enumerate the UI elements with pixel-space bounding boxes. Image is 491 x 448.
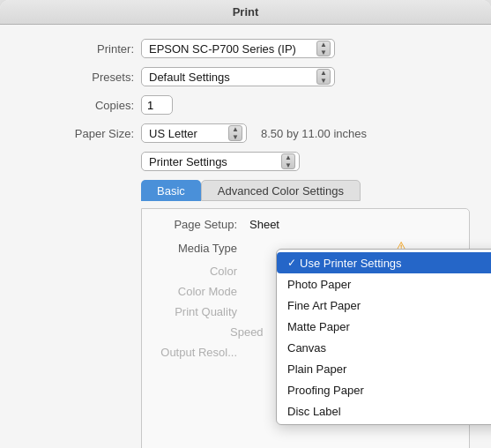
paper-size-row: Paper Size: US Letter ▲▼ 8.50 by 11.00 i… <box>21 123 470 143</box>
paper-size-arrows[interactable]: ▲▼ <box>228 125 242 141</box>
media-type-label: Media Type <box>156 242 237 255</box>
tab-bar: Basic Advanced Color Settings <box>141 180 470 201</box>
presets-label: Presets: <box>21 71 134 84</box>
paper-size-label: Paper Size: <box>21 127 134 140</box>
output-resolution-label: Output Resol... <box>156 346 237 359</box>
copies-label: Copies: <box>21 99 134 112</box>
color-label: Color <box>156 265 237 278</box>
dropdown-item-matte-paper[interactable]: Matte Paper ▶ <box>277 316 491 337</box>
copies-input[interactable]: 1 <box>141 95 173 115</box>
dropdown-item-canvas[interactable]: Canvas ▶ <box>277 337 491 358</box>
window-title: Print <box>233 5 259 19</box>
media-type-row: Media Type Use Printer Settings ▲▼ ⚠ ✓ U… <box>156 238 455 258</box>
dropdown-item-fine-art-paper[interactable]: Fine Art Paper ▶ <box>277 295 491 316</box>
printer-settings-row: Printer Settings ▲▼ <box>141 152 470 171</box>
paper-size-info: 8.50 by 11.00 inches <box>261 127 367 140</box>
color-mode-label: Color Mode <box>156 285 237 298</box>
page-setup-label: Page Setup: <box>156 218 237 231</box>
presets-arrows[interactable]: ▲▼ <box>316 69 331 85</box>
dropdown-item-use-printer-settings[interactable]: ✓ Use Printer Settings <box>277 252 491 273</box>
tab-advanced[interactable]: Advanced Color Settings <box>201 180 361 201</box>
page-setup-row: Page Setup: Sheet <box>156 218 455 231</box>
printer-label: Printer: <box>21 42 134 56</box>
page-setup-value: Sheet <box>249 218 279 231</box>
print-window: Print Printer: EPSON SC-P700 Series (IP)… <box>0 0 491 448</box>
title-bar: Print <box>0 0 491 25</box>
printer-settings-select[interactable]: Printer Settings ▲▼ <box>141 152 300 171</box>
copies-row: Copies: 1 <box>21 95 470 115</box>
printer-settings-arrows[interactable]: ▲▼ <box>281 153 295 169</box>
printer-value: EPSON SC-P700 Series (IP) <box>149 42 313 56</box>
presets-value: Default Settings <box>149 71 313 84</box>
dropdown-item-proofing-paper[interactable]: Proofing Paper ▶ <box>277 379 491 400</box>
tab-basic[interactable]: Basic <box>141 180 201 201</box>
print-form: Printer: EPSON SC-P700 Series (IP) ▲▼ Pr… <box>0 25 491 448</box>
print-quality-label: Print Quality <box>156 305 237 318</box>
media-type-dropdown[interactable]: ✓ Use Printer Settings Photo Paper ▶ Fin… <box>276 249 491 425</box>
dropdown-item-disc-label[interactable]: Disc Label ▶ <box>277 400 491 422</box>
printer-row: Printer: EPSON SC-P700 Series (IP) ▲▼ <box>21 39 470 58</box>
dropdown-item-photo-paper[interactable]: Photo Paper ▶ <box>277 273 491 295</box>
settings-panel: Page Setup: Sheet Media Type Use Printer… <box>141 208 470 448</box>
paper-size-select[interactable]: US Letter ▲▼ <box>141 123 247 143</box>
printer-settings-value: Printer Settings <box>149 155 278 168</box>
speed-label: Speed <box>230 325 264 339</box>
paper-size-value: US Letter <box>149 127 225 140</box>
presets-row: Presets: Default Settings ▲▼ <box>21 67 470 86</box>
printer-select[interactable]: EPSON SC-P700 Series (IP) ▲▼ <box>141 39 335 58</box>
dropdown-item-plain-paper[interactable]: Plain Paper ▶ <box>277 358 491 379</box>
presets-select[interactable]: Default Settings ▲▼ <box>141 67 335 86</box>
printer-arrows[interactable]: ▲▼ <box>316 41 331 56</box>
